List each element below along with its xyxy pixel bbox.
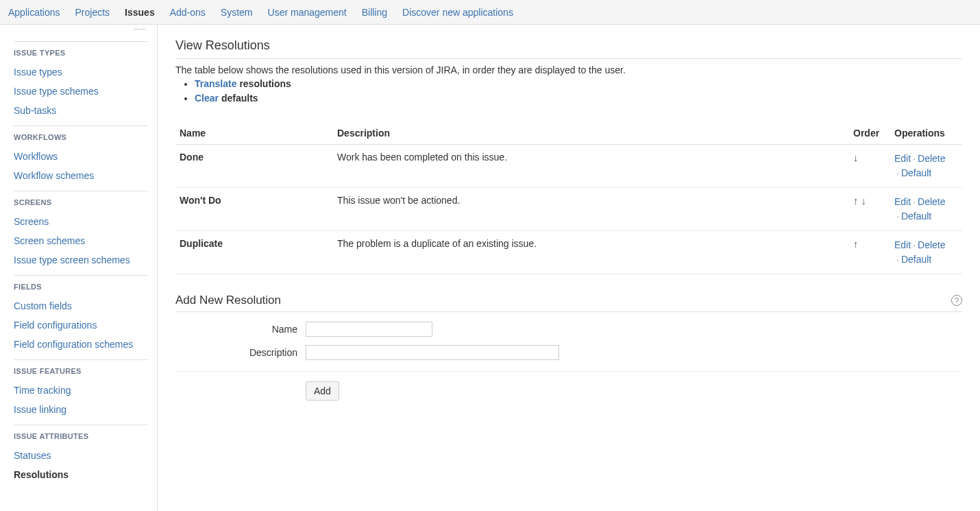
sidebar-heading: ISSUE FEATURES <box>14 367 147 375</box>
arrow-up-icon[interactable]: ↑ <box>853 195 859 206</box>
sidebar-group: WORKFLOWSWorkflowsWorkflow schemes <box>14 126 147 185</box>
delete-link[interactable]: Delete <box>918 196 945 207</box>
sidebar-item-custom-fields[interactable]: Custom fields <box>14 296 147 316</box>
sidebar-group: ISSUE ATTRIBUTESStatusesResolutions <box>14 425 147 484</box>
topnav-item-projects[interactable]: Projects <box>75 7 110 18</box>
clear-line: Clear defaults <box>195 91 962 106</box>
add-resolution-form: Name Description <box>175 312 962 372</box>
row-name: Won't Do <box>175 188 333 231</box>
sidebar-group: ISSUE FEATURESTime trackingIssue linking <box>14 359 147 419</box>
row-name: Duplicate <box>175 231 333 274</box>
row-order: ↑ <box>849 231 890 274</box>
separator: · <box>896 254 899 265</box>
sidebar-item-time-tracking[interactable]: Time tracking <box>14 381 147 400</box>
sidebar-item-statuses[interactable]: Statuses <box>14 446 147 465</box>
delete-link[interactable]: Delete <box>918 153 945 164</box>
sidebar-group: FIELDSCustom fieldsField configurationsF… <box>14 275 147 354</box>
row-order: ↓ <box>849 145 890 188</box>
description-label: Description <box>175 347 306 358</box>
default-link[interactable]: Default <box>901 167 931 178</box>
row-order: ↑↓ <box>849 188 890 231</box>
add-button[interactable]: Add <box>306 381 339 401</box>
add-resolution-header: Add New Resolution ? <box>175 294 962 312</box>
th-description: Description <box>333 122 849 145</box>
intro-text: The table below shows the resolutions us… <box>175 64 962 75</box>
th-name: Name <box>175 122 333 145</box>
row-description: This issue won't be actioned. <box>333 188 849 231</box>
separator: · <box>896 167 899 178</box>
add-resolution-title: Add New Resolution <box>175 294 281 307</box>
sidebar-item-screen-schemes[interactable]: Screen schemes <box>14 231 147 250</box>
row-description: Work has been completed on this issue. <box>333 145 849 188</box>
table-row: Won't DoThis issue won't be actioned.↑↓E… <box>175 188 962 231</box>
row-operations: Edit·Delete·Default <box>890 145 962 188</box>
topnav-item-applications[interactable]: Applications <box>8 7 60 18</box>
translate-rest: resolutions <box>239 78 291 89</box>
sidebar-heading: WORKFLOWS <box>14 133 147 141</box>
separator: · <box>913 196 916 207</box>
sidebar-heading: SCREENS <box>14 198 147 206</box>
sidebar-heading: ISSUE ATTRIBUTES <box>14 432 147 440</box>
topnav-item-add-ons[interactable]: Add-ons <box>170 7 206 18</box>
page-title: View Resolutions <box>175 38 962 59</box>
sidebar-item-field-configurations[interactable]: Field configurations <box>14 316 147 335</box>
sidebar-heading: ISSUE TYPES <box>14 49 147 57</box>
edit-link[interactable]: Edit <box>894 239 911 250</box>
row-operations: Edit·Delete·Default <box>890 188 962 231</box>
sidebar-item-field-configuration-schemes[interactable]: Field configuration schemes <box>14 335 147 354</box>
sidebar-item-issue-type-schemes[interactable]: Issue type schemes <box>14 82 147 101</box>
row-description: The problem is a duplicate of an existin… <box>333 231 849 274</box>
sidebar-group: SCREENSScreensScreen schemesIssue type s… <box>14 191 147 270</box>
clear-link[interactable]: Clear <box>195 93 219 104</box>
arrow-down-icon[interactable]: ↓ <box>861 195 867 206</box>
delete-link[interactable]: Delete <box>918 239 945 250</box>
description-input[interactable] <box>306 345 559 360</box>
separator: · <box>913 239 916 250</box>
sidebar-item-workflows[interactable]: Workflows <box>14 147 147 166</box>
arrow-up-icon[interactable]: ↑ <box>853 238 859 250</box>
separator: · <box>913 153 916 164</box>
edit-link[interactable]: Edit <box>894 196 911 207</box>
sidebar-item-issue-type-screen-schemes[interactable]: Issue type screen schemes <box>14 250 147 270</box>
translate-line: Translate resolutions <box>195 77 962 91</box>
sidebar-item-resolutions[interactable]: Resolutions <box>14 465 147 484</box>
help-icon[interactable]: ? <box>951 295 962 306</box>
name-input[interactable] <box>306 322 432 337</box>
sidebar-group: ISSUE TYPESIssue typesIssue type schemes… <box>14 41 147 120</box>
top-nav: ApplicationsProjectsIssuesAdd-onsSystemU… <box>0 0 980 25</box>
default-link[interactable]: Default <box>901 254 931 265</box>
edit-link[interactable]: Edit <box>894 153 911 164</box>
th-operations: Operations <box>890 122 962 145</box>
topnav-item-billing[interactable]: Billing <box>362 7 387 18</box>
sidebar-item-issue-types[interactable]: Issue types <box>14 62 147 82</box>
separator: · <box>896 211 899 222</box>
arrow-down-icon[interactable]: ↓ <box>853 152 859 163</box>
name-label: Name <box>175 324 306 335</box>
table-row: DoneWork has been completed on this issu… <box>175 145 962 188</box>
sidebar-item-screens[interactable]: Screens <box>14 212 147 231</box>
row-operations: Edit·Delete·Default <box>890 231 962 274</box>
main-content: View Resolutions The table below shows t… <box>158 25 980 511</box>
sidebar: ISSUE TYPESIssue typesIssue type schemes… <box>0 25 158 511</box>
clear-rest: defaults <box>221 93 258 104</box>
topnav-item-discover-new-applications[interactable]: Discover new applications <box>402 7 513 18</box>
topnav-item-system[interactable]: System <box>221 7 253 18</box>
resolutions-table: Name Description Order Operations DoneWo… <box>175 122 962 274</box>
sidebar-item-sub-tasks[interactable]: Sub-tasks <box>14 101 147 120</box>
intro-block: The table below shows the resolutions us… <box>175 59 962 110</box>
sidebar-item-workflow-schemes[interactable]: Workflow schemes <box>14 166 147 185</box>
th-order: Order <box>849 122 890 145</box>
topnav-item-user-management[interactable]: User management <box>268 7 347 18</box>
translate-link[interactable]: Translate <box>195 78 236 89</box>
sidebar-heading: FIELDS <box>14 283 147 291</box>
sidebar-item-issue-linking[interactable]: Issue linking <box>14 400 147 419</box>
default-link[interactable]: Default <box>901 211 931 222</box>
table-row: DuplicateThe problem is a duplicate of a… <box>175 231 962 274</box>
row-name: Done <box>175 145 333 188</box>
topnav-item-issues[interactable]: Issues <box>125 7 155 18</box>
